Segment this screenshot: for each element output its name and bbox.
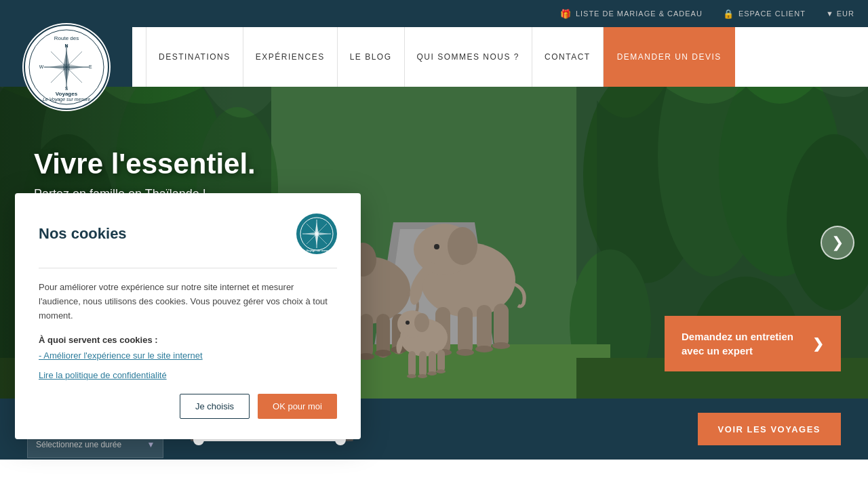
svg-text:E: E (89, 64, 92, 69)
svg-point-49 (434, 244, 439, 249)
cookie-divider (39, 268, 337, 268)
svg-text:N: N (64, 43, 68, 48)
svg-marker-13 (50, 64, 83, 70)
chevron-down-icon-2: ▼ (146, 440, 155, 449)
svg-text:Le Voyage sur mesure: Le Voyage sur mesure (42, 97, 90, 102)
nav-item-experiences[interactable]: EXPÉRIENCES (243, 27, 338, 87)
svg-point-68 (427, 371, 437, 375)
cta-arrow-icon: ❯ (812, 334, 824, 353)
svg-point-56 (475, 346, 493, 352)
cookie-logo: Le Voyage sur mesure (296, 214, 337, 254)
chevron-right-icon: ❯ (831, 234, 844, 251)
nav-item-blog[interactable]: LE BLOG (338, 27, 405, 87)
svg-point-69 (436, 369, 446, 373)
nav-bar: Route des Le Voyage sur mesure N S E W V… (0, 27, 868, 87)
gift-icon: 🎁 (560, 9, 572, 19)
logo[interactable]: Route des Le Voyage sur mesure N S E W V… (22, 23, 111, 111)
nav-items: DESTINATIONS EXPÉRIENCES LE BLOG QUI SOM… (132, 27, 868, 87)
svg-point-55 (456, 349, 474, 356)
logo-svg: Route des Le Voyage sur mesure N S E W V… (22, 23, 111, 111)
mariage-link[interactable]: 🎁 LISTE DE MARIAGE & CADEAU (560, 9, 703, 19)
svg-rect-39 (359, 314, 373, 358)
top-bar: 🎁 LISTE DE MARIAGE & CADEAU 🔒 ESPACE CLI… (0, 0, 868, 27)
svg-point-57 (492, 342, 510, 349)
nav-item-contact[interactable]: CONTACT (532, 27, 604, 87)
cookie-title: Nos cookies (39, 225, 127, 243)
svg-point-60 (414, 313, 429, 332)
nav-item-devis[interactable]: DEMANDER UN DEVIS (604, 27, 735, 87)
svg-text:Le Voyage sur mesure: Le Voyage sur mesure (302, 249, 332, 252)
svg-rect-51 (458, 307, 473, 354)
voir-voyages-button[interactable]: VOIR LES VOYAGES (698, 413, 841, 445)
cookie-logo-svg: Le Voyage sur mesure (297, 214, 336, 253)
svg-text:W: W (39, 64, 43, 69)
svg-rect-65 (437, 350, 445, 372)
svg-point-61 (406, 321, 410, 325)
logo-container: Route des Le Voyage sur mesure N S E W V… (0, 27, 132, 87)
svg-text:S: S (64, 86, 68, 91)
svg-rect-63 (419, 351, 427, 377)
cookie-usage-title: À quoi servent ces cookies : (39, 335, 337, 345)
cookie-usage-item[interactable]: - Améliorer l'expérience sur le site int… (39, 350, 337, 361)
nav-item-qui-sommes[interactable]: QUI SOMMES NOUS ? (405, 27, 533, 87)
espace-client-link[interactable]: 🔒 ESPACE CLIENT (723, 9, 806, 19)
cookie-header: Nos cookies Le Voyage sur mesure (39, 214, 337, 254)
svg-rect-64 (429, 351, 436, 375)
svg-point-66 (407, 374, 416, 378)
chevron-icon: ▼ (826, 9, 834, 18)
currency-selector[interactable]: ▼ EUR (826, 9, 854, 18)
lock-icon: 🔒 (723, 9, 734, 19)
cookie-description: Pour améliorer votre expérience sur notr… (39, 281, 337, 323)
svg-text:Route des: Route des (54, 35, 78, 41)
hero-next-button[interactable]: ❯ (821, 226, 854, 260)
svg-point-48 (448, 227, 477, 265)
svg-point-67 (418, 374, 427, 378)
svg-text:Voyages: Voyages (55, 91, 77, 97)
cookie-modal: Nos cookies Le Voyage sur mesure Po (15, 193, 361, 439)
svg-rect-53 (494, 304, 509, 348)
hero-title: Vivre l'essentiel. (34, 148, 256, 180)
svg-point-44 (375, 350, 391, 357)
hero-cta-button[interactable]: Demandez un entretien avec un expert ❯ (665, 316, 841, 371)
cookie-choose-button[interactable]: Je choisis (180, 394, 250, 419)
cookie-ok-button[interactable]: OK pour moi (258, 394, 337, 419)
cookie-policy-link[interactable]: Lire la politique de confidentialité (39, 370, 167, 380)
cookie-buttons: Je choisis OK pour moi (39, 394, 337, 419)
svg-rect-52 (477, 305, 492, 351)
nav-item-destinations[interactable]: DESTINATIONS (146, 27, 243, 87)
svg-rect-62 (408, 351, 416, 377)
